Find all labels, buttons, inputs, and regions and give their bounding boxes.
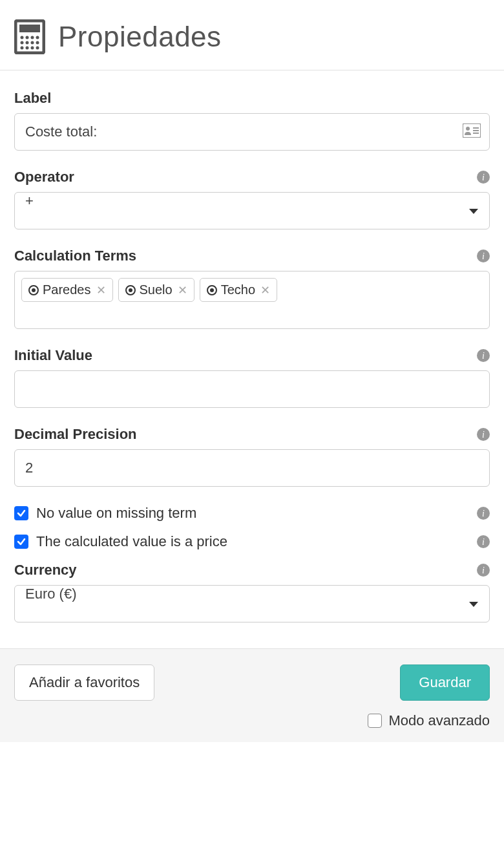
svg-point-11: [26, 47, 29, 50]
decimal-precision-input[interactable]: [14, 449, 490, 487]
tag-item[interactable]: Techo ✕: [200, 278, 277, 302]
radio-icon: [207, 285, 217, 295]
svg-point-2: [21, 36, 24, 39]
save-button[interactable]: Guardar: [400, 664, 490, 701]
info-icon[interactable]: i: [477, 250, 490, 262]
info-icon[interactable]: i: [477, 428, 490, 441]
field-decimal-precision-group: Decimal Precision i: [14, 426, 490, 487]
tag-label: Paredes: [43, 282, 91, 297]
checkbox-no-value-missing: No value on missing term i: [14, 505, 490, 522]
checkbox-label: No value on missing term: [36, 505, 196, 522]
tag-label: Suelo: [140, 282, 173, 297]
radio-icon: [28, 285, 39, 295]
svg-point-10: [21, 47, 24, 50]
label-input[interactable]: [14, 113, 490, 151]
close-icon[interactable]: ✕: [259, 283, 271, 297]
operator-value: +: [25, 193, 34, 209]
info-icon[interactable]: i: [477, 349, 490, 362]
svg-text:i: i: [482, 251, 485, 261]
initial-value-label: Initial Value: [14, 347, 92, 364]
svg-point-4: [31, 36, 34, 39]
checkbox-label: The calculated value is a price: [36, 533, 227, 550]
page-title: Propiedades: [58, 21, 222, 53]
advanced-mode-label: Modo avanzado: [388, 712, 490, 729]
panel-footer: Añadir a favoritos Guardar Modo avanzado: [0, 648, 504, 742]
currency-label: Currency: [14, 562, 77, 579]
checkbox-input[interactable]: [14, 506, 28, 520]
operator-select[interactable]: +: [14, 192, 490, 229]
info-icon[interactable]: i: [477, 564, 490, 577]
svg-text:i: i: [482, 537, 485, 547]
decimal-precision-label: Decimal Precision: [14, 426, 137, 443]
currency-value: Euro (€): [25, 586, 76, 602]
calculation-terms-input[interactable]: Paredes ✕ Suelo ✕ Techo ✕: [14, 271, 490, 329]
close-icon[interactable]: ✕: [95, 283, 107, 297]
operator-label: Operator: [14, 169, 74, 186]
initial-value-input[interactable]: [14, 370, 490, 408]
field-calculation-terms-group: Calculation Terms i Paredes ✕ Suelo ✕ Te…: [14, 248, 490, 329]
svg-point-26: [129, 288, 132, 292]
label-label: Label: [14, 90, 51, 107]
form-body: Label Operator i: [0, 70, 504, 648]
advanced-mode-checkbox[interactable]: [368, 714, 382, 728]
svg-point-7: [26, 41, 29, 45]
info-icon[interactable]: i: [477, 171, 490, 184]
svg-text:i: i: [482, 173, 485, 182]
svg-point-9: [36, 41, 39, 45]
svg-point-13: [36, 47, 39, 50]
field-initial-value-group: Initial Value i: [14, 347, 490, 408]
field-label-group: Label: [14, 90, 490, 151]
svg-point-3: [26, 36, 29, 39]
svg-point-5: [36, 36, 39, 39]
svg-text:i: i: [482, 509, 485, 518]
svg-point-24: [32, 288, 36, 292]
panel-header: Propiedades: [0, 0, 504, 70]
calculation-terms-label: Calculation Terms: [14, 248, 136, 264]
checkbox-input[interactable]: [14, 535, 28, 549]
field-currency-group: Currency i Euro (€): [14, 562, 490, 622]
svg-text:i: i: [482, 351, 485, 361]
svg-text:i: i: [482, 566, 485, 575]
add-favorites-button[interactable]: Añadir a favoritos: [14, 664, 154, 701]
svg-rect-1: [19, 25, 40, 32]
currency-select[interactable]: Euro (€): [14, 585, 490, 622]
close-icon[interactable]: ✕: [176, 283, 189, 297]
svg-text:i: i: [482, 430, 485, 440]
tag-item[interactable]: Suelo ✕: [118, 278, 194, 302]
info-icon[interactable]: i: [477, 535, 490, 548]
svg-point-8: [31, 41, 34, 45]
checkbox-value-is-price: The calculated value is a price i: [14, 533, 490, 550]
calculator-icon: [14, 19, 45, 54]
svg-point-28: [210, 288, 214, 292]
tag-item[interactable]: Paredes ✕: [21, 278, 113, 302]
svg-point-12: [31, 47, 34, 50]
field-operator-group: Operator i +: [14, 169, 490, 229]
info-icon[interactable]: i: [477, 507, 490, 520]
tag-label: Techo: [221, 282, 255, 297]
radio-icon: [125, 285, 136, 295]
svg-point-6: [21, 41, 24, 45]
